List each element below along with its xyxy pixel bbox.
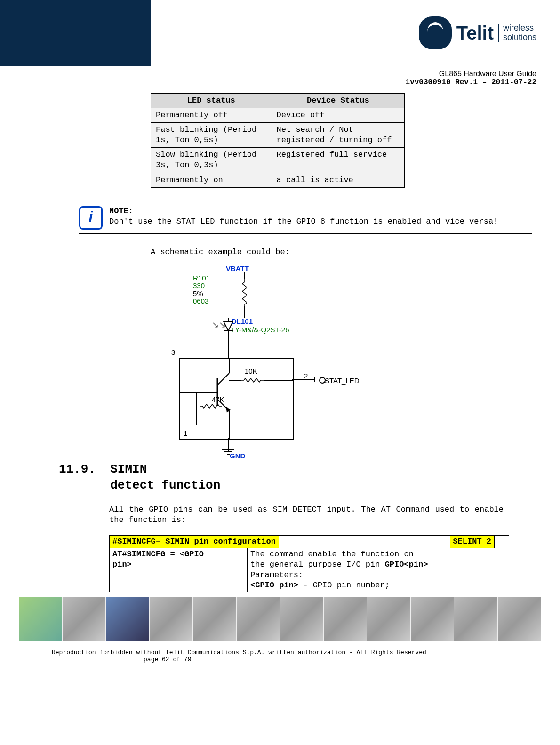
cmd-header-right: SELINT 2 <box>450 536 494 548</box>
info-icon <box>79 206 103 230</box>
transistor-icon <box>180 359 293 439</box>
table-row: Fast blinking (Period 1s, Ton 0,5s) Net … <box>151 123 405 148</box>
section-paragraph: All the GPIO pins can be used as SIM DET… <box>109 505 504 525</box>
resistor-icon <box>242 278 247 306</box>
schematic-dl101-part: LY-M&/&-Q2S1-26 <box>232 325 289 335</box>
schematic-intro-text: A schematic example could be: <box>151 247 532 257</box>
table-row: Slow blinking (Period 3s, Ton 0,3s) Regi… <box>151 148 405 173</box>
document-revision: 1vv0300910 Rev.1 – 2011-07-22 <box>0 78 536 87</box>
schematic-component-box <box>179 358 294 440</box>
schematic-diagram: VBATT R101 330 5% 0603 ↘↘ DL101 LY-M&/&-… <box>151 264 367 462</box>
footer-legal: Reproduction forbidden without Telit Com… <box>0 641 560 673</box>
note-callout: NOTE: Don't use the STAT LED function if… <box>79 202 532 234</box>
schematic-pin1: 1 <box>184 429 187 438</box>
schematic-gnd-label: GND <box>230 451 245 461</box>
led-col-header-device: Device Status <box>272 94 404 108</box>
page-number: 62 of 79 <box>162 656 191 663</box>
telit-logo-icon <box>419 16 452 49</box>
cmd-header-left: #SIMINCFG– SIMIN pin configuration <box>110 536 279 548</box>
logo-area: Telit wireless solutions <box>151 0 560 66</box>
table-row: AT#SIMINCFG = <GPIO_pin> The command ena… <box>110 548 509 592</box>
footer-image-strip <box>19 597 541 641</box>
table-row: Permanently on a call is active <box>151 173 405 187</box>
led-symbol-icon <box>221 318 235 338</box>
schematic-vbatt-label: VBATT <box>226 264 249 273</box>
svg-marker-1 <box>224 321 233 331</box>
header-accent-block <box>0 0 151 66</box>
led-status-table: LED status Device Status Permanently off… <box>151 93 405 188</box>
note-title: NOTE: <box>109 206 498 216</box>
logo-subtitle: wireless solutions <box>498 24 536 42</box>
note-body: Don't use the STAT LED function if the G… <box>109 216 498 227</box>
schematic-stat-led-label: STAT_LED <box>325 376 360 385</box>
document-title: GL865 Hardware User Guide <box>0 70 536 78</box>
command-table: #SIMINCFG– SIMIN pin configuration SELIN… <box>109 535 509 592</box>
schematic-pin3: 3 <box>171 348 175 357</box>
svg-marker-8 <box>226 406 231 413</box>
led-col-header-status: LED status <box>151 94 272 108</box>
schematic-47k: 47K <box>212 395 224 404</box>
svg-line-6 <box>217 373 229 385</box>
table-row: Permanently off Device off <box>151 108 405 123</box>
schematic-10k: 10K <box>245 367 257 376</box>
section-heading: 11.9. SIMIN detect function <box>59 462 532 494</box>
logo-text: Telit <box>456 23 494 44</box>
schematic-r101-label: R101 330 5% 0603 <box>193 274 210 305</box>
